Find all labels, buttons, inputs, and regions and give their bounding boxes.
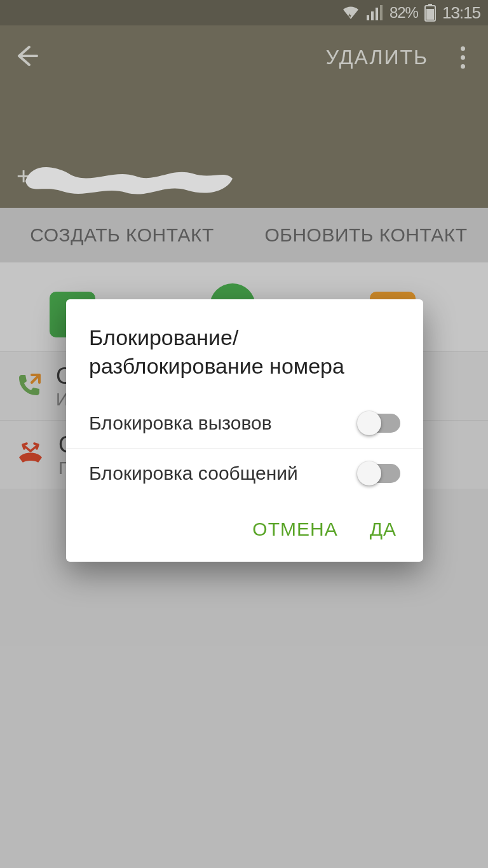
block-calls-toggle[interactable] xyxy=(358,414,400,433)
block-calls-row: Блокировка вызовов xyxy=(66,398,423,448)
block-messages-row: Блокировка сообщений xyxy=(66,448,423,498)
ok-button[interactable]: ДА xyxy=(370,519,396,540)
cancel-button[interactable]: ОТМЕНА xyxy=(252,519,337,540)
block-calls-label: Блокировка вызовов xyxy=(89,412,272,434)
block-messages-label: Блокировка сообщений xyxy=(89,463,298,484)
block-messages-toggle[interactable] xyxy=(358,464,400,483)
dialog-title: Блокирование/ разблокирование номера xyxy=(66,299,423,398)
dialog-actions: ОТМЕНА ДА xyxy=(66,498,423,562)
block-dialog: Блокирование/ разблокирование номера Бло… xyxy=(66,299,423,562)
